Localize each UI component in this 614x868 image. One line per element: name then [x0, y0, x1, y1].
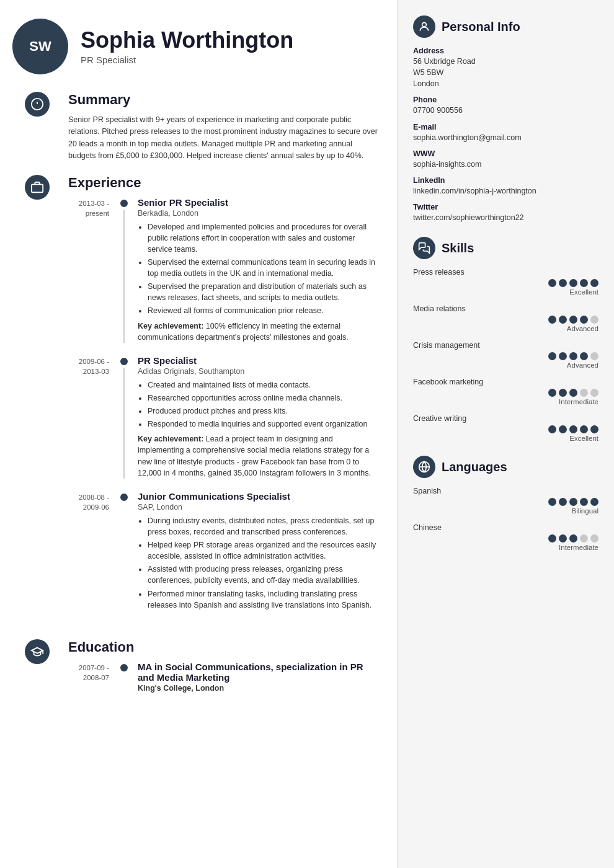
exp2-title: PR Specialist	[138, 355, 378, 366]
edu1-date: 2007-09 - 2008-07	[68, 662, 118, 693]
skill-level-2: Advanced	[413, 361, 598, 369]
exp1-title: Senior PR Specialist	[138, 197, 378, 208]
skill-dot-0-1	[559, 279, 567, 287]
exp1-bullet-1: Developed and implemented policies and p…	[148, 221, 378, 255]
lang-item-0: SpanishBilingual	[413, 487, 598, 515]
exp2-bullet-3: Produced product pitches and press kits.	[148, 405, 378, 417]
skill-dot-2-2	[569, 352, 577, 360]
education-title: Education	[68, 639, 378, 655]
left-column: SW Sophia Worthington PR Specialist Sum	[0, 0, 397, 868]
www-label: WWW	[413, 149, 598, 158]
experience-icon-col	[12, 175, 62, 627]
lang-name-1: Chinese	[413, 523, 598, 532]
personal-info-icon	[413, 16, 435, 38]
languages-title: Languages	[442, 460, 507, 474]
resume-container: SW Sophia Worthington PR Specialist Sum	[0, 0, 614, 868]
skill-dot-1-0	[548, 316, 556, 324]
personal-info-header: Personal Info	[413, 16, 598, 38]
www-block: WWW sophia-insights.com	[413, 149, 598, 170]
exp1-company: Berkadia, London	[138, 209, 378, 218]
edu1-degree: MA in Social Communications, specializat…	[138, 662, 378, 683]
skill-dot-3-4	[590, 389, 598, 397]
lang-dot-1-4	[590, 534, 598, 542]
linkedin-label: LinkedIn	[413, 176, 598, 185]
skill-name-1: Media relations	[413, 304, 598, 313]
languages-icon	[413, 456, 435, 478]
skills-icon	[413, 237, 435, 259]
experience-entry-1: 2013-03 - present Senior PR Specialist B…	[68, 197, 378, 343]
skill-level-1: Advanced	[413, 325, 598, 332]
skill-dot-0-4	[590, 279, 598, 287]
skills-section: Skills Press releasesExcellentMedia rela…	[413, 237, 598, 442]
skill-dot-4-3	[580, 425, 588, 433]
edu1-school: King's College, London	[138, 684, 378, 693]
experience-icon	[25, 175, 50, 200]
skills-title: Skills	[442, 241, 474, 255]
exp2-bullet-1: Created and maintained lists of media co…	[148, 379, 378, 391]
summary-icon-col	[12, 92, 62, 162]
skill-name-4: Creative writing	[413, 414, 598, 423]
skill-dot-1-4	[590, 316, 598, 324]
exp1-body: Senior PR Specialist Berkadia, London De…	[130, 197, 378, 343]
skill-dot-0-0	[548, 279, 556, 287]
header-section: SW Sophia Worthington PR Specialist	[12, 19, 378, 74]
exp3-bullet-3: Assisted with producing press releases, …	[148, 564, 378, 586]
skill-item-4: Creative writingExcellent	[413, 414, 598, 442]
skill-dot-0-3	[580, 279, 588, 287]
right-column: Personal Info Address 56 Uxbridge RoadW5…	[397, 0, 614, 868]
skill-name-2: Crisis management	[413, 341, 598, 350]
education-section: Education 2007-09 - 2008-07 MA in Social…	[12, 639, 378, 705]
exp2-achievement: Key achievement: Lead a project team in …	[138, 433, 378, 479]
exp1-achievement: Key achievement: 100% efficiency in meet…	[138, 321, 378, 343]
exp2-dot-col	[118, 355, 130, 479]
lang-dots-0	[413, 498, 598, 506]
skill-item-0: Press releasesExcellent	[413, 268, 598, 296]
lang-dot-1-1	[559, 534, 567, 542]
skill-dot-3-2	[569, 389, 577, 397]
svg-point-5	[422, 22, 427, 27]
lang-dot-0-0	[548, 498, 556, 506]
exp1-dot	[120, 200, 128, 207]
exp3-dot	[120, 494, 128, 501]
skill-item-3: Facebook marketingIntermediate	[413, 378, 598, 405]
twitter-label: Twitter	[413, 203, 598, 211]
candidate-name: Sophia Worthington	[81, 28, 293, 53]
lang-level-1: Intermediate	[413, 544, 598, 551]
header-text: Sophia Worthington PR Specialist	[81, 28, 293, 66]
edu1-dot-col	[118, 662, 130, 693]
candidate-title: PR Specialist	[81, 55, 293, 65]
edu1-body: MA in Social Communications, specializat…	[130, 662, 378, 693]
exp2-dot	[120, 358, 128, 365]
exp1-dot-col	[118, 197, 130, 343]
skill-dot-3-1	[559, 389, 567, 397]
lang-item-1: ChineseIntermediate	[413, 523, 598, 551]
skill-item-1: Media relationsAdvanced	[413, 304, 598, 332]
summary-icon	[25, 92, 50, 117]
lang-dot-0-3	[580, 498, 588, 506]
skill-level-4: Excellent	[413, 435, 598, 442]
skills-list: Press releasesExcellentMedia relationsAd…	[413, 268, 598, 442]
summary-title: Summary	[68, 92, 378, 108]
skill-dot-1-2	[569, 316, 577, 324]
education-entry-1: 2007-09 - 2008-07 MA in Social Communica…	[68, 662, 378, 693]
skill-level-3: Intermediate	[413, 398, 598, 405]
skill-name-0: Press releases	[413, 268, 598, 277]
email-label: E-mail	[413, 123, 598, 131]
education-icon-col	[12, 639, 62, 705]
skill-dot-4-0	[548, 425, 556, 433]
exp1-line	[123, 210, 125, 343]
personal-info-title: Personal Info	[442, 20, 520, 34]
skill-dot-2-3	[580, 352, 588, 360]
exp1-bullets: Developed and implemented policies and p…	[138, 221, 378, 317]
lang-dot-0-1	[559, 498, 567, 506]
lang-level-0: Bilingual	[413, 507, 598, 515]
skill-dots-1	[413, 316, 598, 324]
exp3-body: Junior Communications Specialist SAP, Lo…	[130, 491, 378, 614]
lang-dot-0-4	[590, 498, 598, 506]
lang-dot-1-0	[548, 534, 556, 542]
languages-section: Languages SpanishBilingualChineseInterme…	[413, 456, 598, 551]
exp1-bullet-2: Supervised the external communications t…	[148, 257, 378, 279]
exp3-date: 2008-08 - 2009-06	[68, 491, 118, 614]
summary-content: Summary Senior PR specialist with 9+ yea…	[62, 92, 378, 162]
skill-level-0: Excellent	[413, 288, 598, 296]
